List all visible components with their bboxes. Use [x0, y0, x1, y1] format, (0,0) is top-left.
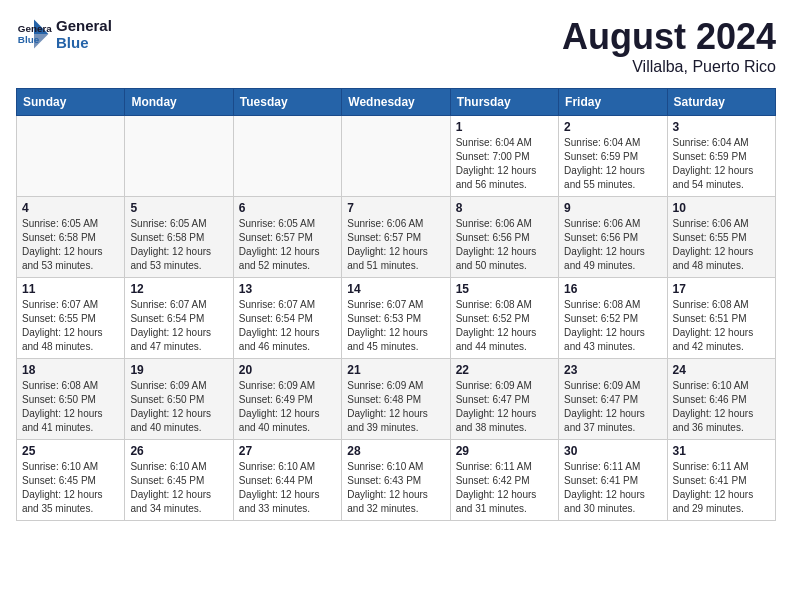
calendar-cell: 25Sunrise: 6:10 AM Sunset: 6:45 PM Dayli… — [17, 440, 125, 521]
weekday-header-saturday: Saturday — [667, 89, 775, 116]
day-info: Sunrise: 6:06 AM Sunset: 6:55 PM Dayligh… — [673, 217, 770, 273]
day-number: 6 — [239, 201, 336, 215]
calendar-cell: 8Sunrise: 6:06 AM Sunset: 6:56 PM Daylig… — [450, 197, 558, 278]
calendar-cell: 6Sunrise: 6:05 AM Sunset: 6:57 PM Daylig… — [233, 197, 341, 278]
day-info: Sunrise: 6:05 AM Sunset: 6:58 PM Dayligh… — [130, 217, 227, 273]
calendar-week-1: 1Sunrise: 6:04 AM Sunset: 7:00 PM Daylig… — [17, 116, 776, 197]
day-info: Sunrise: 6:10 AM Sunset: 6:44 PM Dayligh… — [239, 460, 336, 516]
day-info: Sunrise: 6:04 AM Sunset: 6:59 PM Dayligh… — [673, 136, 770, 192]
calendar-cell: 27Sunrise: 6:10 AM Sunset: 6:44 PM Dayli… — [233, 440, 341, 521]
day-number: 31 — [673, 444, 770, 458]
day-info: Sunrise: 6:08 AM Sunset: 6:52 PM Dayligh… — [456, 298, 553, 354]
calendar-cell: 9Sunrise: 6:06 AM Sunset: 6:56 PM Daylig… — [559, 197, 667, 278]
day-number: 2 — [564, 120, 661, 134]
day-info: Sunrise: 6:10 AM Sunset: 6:46 PM Dayligh… — [673, 379, 770, 435]
calendar-cell: 7Sunrise: 6:06 AM Sunset: 6:57 PM Daylig… — [342, 197, 450, 278]
day-number: 30 — [564, 444, 661, 458]
day-info: Sunrise: 6:05 AM Sunset: 6:57 PM Dayligh… — [239, 217, 336, 273]
svg-text:General: General — [18, 23, 52, 34]
calendar-cell: 10Sunrise: 6:06 AM Sunset: 6:55 PM Dayli… — [667, 197, 775, 278]
day-info: Sunrise: 6:06 AM Sunset: 6:56 PM Dayligh… — [456, 217, 553, 273]
day-info: Sunrise: 6:07 AM Sunset: 6:54 PM Dayligh… — [130, 298, 227, 354]
logo: General Blue General Blue — [16, 16, 112, 52]
calendar-cell: 26Sunrise: 6:10 AM Sunset: 6:45 PM Dayli… — [125, 440, 233, 521]
day-number: 11 — [22, 282, 119, 296]
day-info: Sunrise: 6:07 AM Sunset: 6:54 PM Dayligh… — [239, 298, 336, 354]
calendar-week-4: 18Sunrise: 6:08 AM Sunset: 6:50 PM Dayli… — [17, 359, 776, 440]
day-info: Sunrise: 6:04 AM Sunset: 7:00 PM Dayligh… — [456, 136, 553, 192]
calendar-cell: 1Sunrise: 6:04 AM Sunset: 7:00 PM Daylig… — [450, 116, 558, 197]
day-number: 3 — [673, 120, 770, 134]
day-number: 25 — [22, 444, 119, 458]
location-subtitle: Villalba, Puerto Rico — [562, 58, 776, 76]
calendar-table: SundayMondayTuesdayWednesdayThursdayFrid… — [16, 88, 776, 521]
month-year-title: August 2024 — [562, 16, 776, 58]
calendar-cell: 20Sunrise: 6:09 AM Sunset: 6:49 PM Dayli… — [233, 359, 341, 440]
day-info: Sunrise: 6:09 AM Sunset: 6:50 PM Dayligh… — [130, 379, 227, 435]
weekday-header-row: SundayMondayTuesdayWednesdayThursdayFrid… — [17, 89, 776, 116]
day-number: 5 — [130, 201, 227, 215]
day-number: 28 — [347, 444, 444, 458]
day-number: 23 — [564, 363, 661, 377]
calendar-cell: 4Sunrise: 6:05 AM Sunset: 6:58 PM Daylig… — [17, 197, 125, 278]
day-info: Sunrise: 6:09 AM Sunset: 6:47 PM Dayligh… — [456, 379, 553, 435]
calendar-cell: 12Sunrise: 6:07 AM Sunset: 6:54 PM Dayli… — [125, 278, 233, 359]
day-number: 12 — [130, 282, 227, 296]
calendar-cell: 17Sunrise: 6:08 AM Sunset: 6:51 PM Dayli… — [667, 278, 775, 359]
day-info: Sunrise: 6:11 AM Sunset: 6:41 PM Dayligh… — [673, 460, 770, 516]
day-info: Sunrise: 6:08 AM Sunset: 6:52 PM Dayligh… — [564, 298, 661, 354]
day-number: 14 — [347, 282, 444, 296]
day-number: 27 — [239, 444, 336, 458]
calendar-cell — [17, 116, 125, 197]
day-number: 8 — [456, 201, 553, 215]
logo-icon: General Blue — [16, 16, 52, 52]
day-info: Sunrise: 6:10 AM Sunset: 6:45 PM Dayligh… — [130, 460, 227, 516]
title-block: August 2024 Villalba, Puerto Rico — [562, 16, 776, 76]
calendar-cell — [125, 116, 233, 197]
day-info: Sunrise: 6:11 AM Sunset: 6:42 PM Dayligh… — [456, 460, 553, 516]
day-number: 9 — [564, 201, 661, 215]
weekday-header-thursday: Thursday — [450, 89, 558, 116]
calendar-cell: 3Sunrise: 6:04 AM Sunset: 6:59 PM Daylig… — [667, 116, 775, 197]
day-number: 24 — [673, 363, 770, 377]
page-header: General Blue General Blue August 2024 Vi… — [16, 16, 776, 76]
calendar-cell: 14Sunrise: 6:07 AM Sunset: 6:53 PM Dayli… — [342, 278, 450, 359]
day-number: 26 — [130, 444, 227, 458]
weekday-header-friday: Friday — [559, 89, 667, 116]
day-info: Sunrise: 6:08 AM Sunset: 6:51 PM Dayligh… — [673, 298, 770, 354]
calendar-cell: 16Sunrise: 6:08 AM Sunset: 6:52 PM Dayli… — [559, 278, 667, 359]
calendar-cell: 15Sunrise: 6:08 AM Sunset: 6:52 PM Dayli… — [450, 278, 558, 359]
weekday-header-tuesday: Tuesday — [233, 89, 341, 116]
calendar-cell: 29Sunrise: 6:11 AM Sunset: 6:42 PM Dayli… — [450, 440, 558, 521]
svg-text:Blue: Blue — [18, 34, 40, 45]
calendar-cell: 11Sunrise: 6:07 AM Sunset: 6:55 PM Dayli… — [17, 278, 125, 359]
day-info: Sunrise: 6:09 AM Sunset: 6:47 PM Dayligh… — [564, 379, 661, 435]
calendar-cell: 24Sunrise: 6:10 AM Sunset: 6:46 PM Dayli… — [667, 359, 775, 440]
calendar-cell: 31Sunrise: 6:11 AM Sunset: 6:41 PM Dayli… — [667, 440, 775, 521]
day-number: 1 — [456, 120, 553, 134]
calendar-week-3: 11Sunrise: 6:07 AM Sunset: 6:55 PM Dayli… — [17, 278, 776, 359]
day-info: Sunrise: 6:10 AM Sunset: 6:43 PM Dayligh… — [347, 460, 444, 516]
day-number: 17 — [673, 282, 770, 296]
day-info: Sunrise: 6:06 AM Sunset: 6:57 PM Dayligh… — [347, 217, 444, 273]
day-number: 21 — [347, 363, 444, 377]
calendar-cell: 18Sunrise: 6:08 AM Sunset: 6:50 PM Dayli… — [17, 359, 125, 440]
calendar-cell: 22Sunrise: 6:09 AM Sunset: 6:47 PM Dayli… — [450, 359, 558, 440]
weekday-header-wednesday: Wednesday — [342, 89, 450, 116]
calendar-cell — [233, 116, 341, 197]
day-number: 16 — [564, 282, 661, 296]
day-number: 20 — [239, 363, 336, 377]
day-number: 13 — [239, 282, 336, 296]
day-info: Sunrise: 6:07 AM Sunset: 6:53 PM Dayligh… — [347, 298, 444, 354]
day-info: Sunrise: 6:07 AM Sunset: 6:55 PM Dayligh… — [22, 298, 119, 354]
day-number: 10 — [673, 201, 770, 215]
day-info: Sunrise: 6:04 AM Sunset: 6:59 PM Dayligh… — [564, 136, 661, 192]
day-number: 18 — [22, 363, 119, 377]
day-number: 22 — [456, 363, 553, 377]
day-number: 29 — [456, 444, 553, 458]
day-info: Sunrise: 6:11 AM Sunset: 6:41 PM Dayligh… — [564, 460, 661, 516]
logo-line2: Blue — [56, 34, 112, 51]
calendar-week-2: 4Sunrise: 6:05 AM Sunset: 6:58 PM Daylig… — [17, 197, 776, 278]
day-info: Sunrise: 6:06 AM Sunset: 6:56 PM Dayligh… — [564, 217, 661, 273]
logo-line1: General — [56, 17, 112, 34]
